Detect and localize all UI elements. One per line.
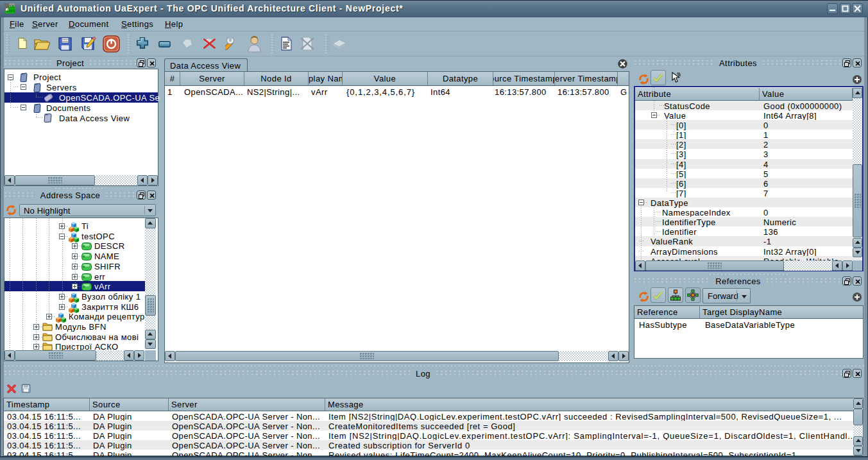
svg-text:EXPERT: EXPERT: [7, 10, 15, 13]
svg-text:UA: UA: [8, 4, 15, 9]
